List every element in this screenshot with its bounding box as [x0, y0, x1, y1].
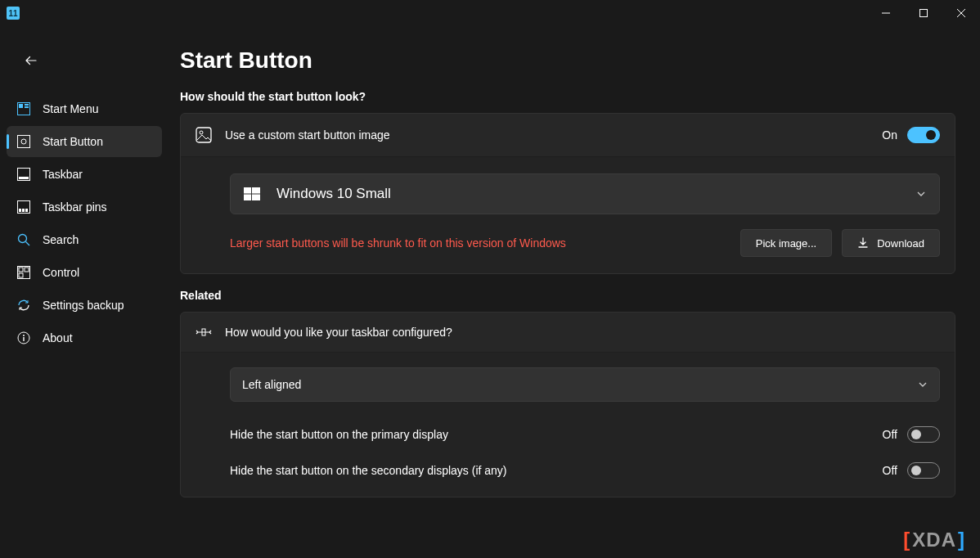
sidebar-item-control[interactable]: Control	[7, 257, 162, 288]
alignment-dropdown[interactable]: Left aligned	[230, 367, 940, 402]
taskbar-icon	[16, 167, 31, 182]
svg-rect-12	[25, 209, 28, 212]
toggle-state-label: On	[882, 128, 897, 142]
section-header-related: Related	[180, 289, 955, 302]
start-button-style-dropdown[interactable]: Windows 10 Small	[230, 173, 940, 214]
start-button-icon	[16, 134, 31, 149]
page-title: Start Button	[180, 47, 955, 74]
taskbar-config-icon	[196, 326, 212, 338]
sidebar-item-about[interactable]: About	[7, 322, 162, 353]
sidebar-item-taskbar-pins[interactable]: Taskbar pins	[7, 191, 162, 223]
svg-point-6	[21, 139, 26, 144]
taskbar-config-card: How would you like your taskbar configur…	[180, 312, 955, 497]
svg-rect-21	[196, 128, 211, 142]
dropdown-value: Windows 10 Small	[276, 186, 900, 202]
watermark: [XDA]	[903, 529, 965, 551]
svg-rect-23	[244, 187, 251, 194]
svg-rect-16	[25, 268, 29, 272]
svg-rect-4	[25, 106, 29, 108]
svg-rect-10	[19, 209, 21, 212]
custom-image-label: Use a custom start button image	[225, 128, 869, 142]
svg-point-19	[23, 335, 25, 336]
svg-rect-0	[920, 10, 928, 17]
sidebar-item-label: About	[43, 331, 73, 344]
hide-secondary-toggle[interactable]	[907, 462, 940, 479]
download-button[interactable]: Download	[842, 229, 940, 257]
taskbar-config-label: How would you like your taskbar configur…	[225, 326, 940, 339]
control-icon	[16, 265, 31, 280]
svg-rect-2	[19, 104, 23, 108]
custom-image-card: Use a custom start button image On Windo…	[180, 113, 955, 274]
chevron-down-icon	[916, 189, 926, 199]
taskbar-pins-icon	[16, 200, 31, 214]
maximize-button[interactable]	[905, 0, 942, 26]
sidebar-item-label: Start Button	[43, 135, 103, 148]
sidebar: Start Menu Start Button Taskbar Taskbar …	[0, 26, 169, 558]
svg-rect-25	[244, 195, 251, 201]
svg-rect-14	[18, 267, 30, 279]
sidebar-item-label: Taskbar pins	[43, 200, 107, 214]
close-button[interactable]	[942, 0, 980, 26]
svg-point-22	[200, 131, 203, 134]
start-menu-icon	[16, 101, 31, 116]
sidebar-item-settings-backup[interactable]: Settings backup	[7, 290, 162, 321]
svg-rect-3	[25, 104, 29, 106]
svg-rect-11	[22, 209, 25, 212]
sidebar-item-start-button[interactable]: Start Button	[7, 126, 162, 157]
download-icon	[857, 237, 869, 249]
svg-rect-15	[19, 268, 23, 272]
sidebar-item-start-menu[interactable]: Start Menu	[7, 93, 162, 124]
svg-point-13	[19, 235, 27, 243]
toggle-state-label: Off	[883, 464, 897, 477]
minimize-button[interactable]	[867, 0, 905, 26]
hide-primary-toggle[interactable]	[907, 426, 940, 443]
main-content: Start Button How should the start button…	[169, 26, 980, 558]
sidebar-item-taskbar[interactable]: Taskbar	[7, 159, 162, 190]
custom-image-toggle[interactable]	[907, 127, 940, 143]
hide-secondary-label: Hide the start button on the secondary d…	[230, 464, 883, 477]
back-button[interactable]	[13, 43, 49, 79]
info-icon	[16, 331, 31, 345]
svg-rect-20	[23, 337, 24, 341]
sync-icon	[16, 298, 31, 313]
sidebar-item-label: Settings backup	[43, 299, 124, 312]
windows-logo-icon	[244, 186, 260, 202]
image-icon	[196, 127, 212, 143]
sidebar-item-label: Search	[43, 233, 79, 246]
sidebar-item-label: Taskbar	[43, 168, 83, 181]
hide-primary-label: Hide the start button on the primary dis…	[230, 428, 883, 441]
sidebar-item-label: Control	[43, 266, 79, 279]
chevron-down-icon	[918, 380, 928, 389]
warning-text: Larger start buttons will be shrunk to f…	[230, 236, 731, 250]
section-header-look: How should the start button look?	[180, 90, 955, 103]
pick-image-button[interactable]: Pick image...	[740, 229, 832, 257]
svg-rect-17	[19, 273, 23, 277]
titlebar: 11	[0, 0, 980, 26]
app-icon: 11	[7, 7, 20, 20]
svg-rect-5	[18, 136, 30, 148]
toggle-state-label: Off	[883, 428, 897, 441]
search-icon	[16, 232, 31, 247]
sidebar-item-label: Start Menu	[43, 102, 98, 115]
sidebar-item-search[interactable]: Search	[7, 224, 162, 255]
svg-rect-26	[252, 195, 260, 201]
dropdown-value: Left aligned	[242, 378, 906, 391]
svg-rect-24	[252, 187, 260, 194]
svg-rect-8	[19, 177, 29, 179]
